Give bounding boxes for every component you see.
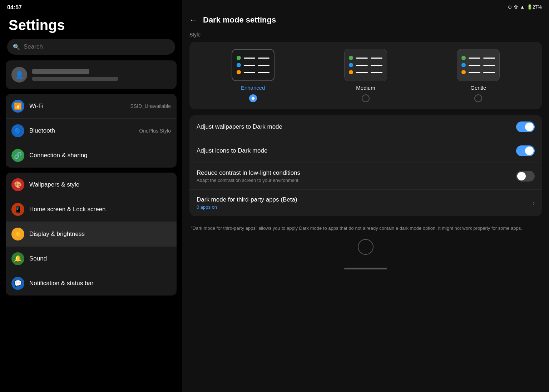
sidebar-item-wifi[interactable]: 📶 Wi-Fi SSID_Unavailable bbox=[6, 94, 177, 119]
connection-label: Connection & sharing bbox=[29, 152, 171, 159]
right-status-bar: ⊙ ✿ ▲ 🔋27% bbox=[182, 0, 549, 13]
toggle-item-wallpapers[interactable]: Adjust wallpapers to Dark mode bbox=[189, 115, 542, 139]
radio-enhanced[interactable] bbox=[249, 94, 257, 102]
account-email bbox=[32, 77, 118, 81]
display-label: Display & brightness bbox=[29, 230, 171, 238]
preview-row-4 bbox=[349, 56, 382, 60]
style-option-medium[interactable]: Medium bbox=[309, 49, 422, 102]
toggle-third-party-title: Dark mode for third-party apps (Beta) bbox=[197, 196, 528, 203]
right-title: Dark mode settings bbox=[203, 15, 276, 25]
dot-green-3 bbox=[461, 56, 466, 60]
time: 04:57 bbox=[7, 4, 22, 11]
radio-medium[interactable] bbox=[362, 94, 370, 102]
preview-row-1 bbox=[237, 56, 269, 60]
style-selector-card: Enhanced bbox=[189, 42, 542, 109]
status-icon-bt: ✿ bbox=[514, 4, 518, 10]
dot-orange-3 bbox=[461, 70, 466, 74]
toggle-contrast-switch[interactable] bbox=[516, 171, 535, 182]
status-bar: 04:57 bbox=[0, 0, 182, 14]
sidebar-item-homescreen[interactable]: 📱 Home screen & Lock screen bbox=[6, 197, 177, 222]
preview-row-6 bbox=[349, 70, 382, 74]
account-name bbox=[32, 69, 89, 74]
line-16 bbox=[483, 65, 495, 66]
account-card[interactable]: 👤 bbox=[6, 60, 177, 89]
preview-row-9 bbox=[461, 70, 495, 74]
wifi-icon: 📶 bbox=[11, 100, 24, 113]
style-section-label: Style bbox=[189, 32, 542, 38]
dot-blue-1 bbox=[237, 63, 241, 67]
toggle-item-contrast[interactable]: Reduce contrast in low-light conditions … bbox=[189, 163, 542, 190]
right-content: Style bbox=[182, 32, 549, 392]
toggle-contrast-title: Reduce contrast in low-light conditions bbox=[197, 169, 512, 177]
search-bar[interactable]: 🔍 bbox=[7, 39, 175, 55]
avatar: 👤 bbox=[11, 67, 27, 83]
wifi-label: Wi-Fi bbox=[29, 103, 125, 110]
back-button[interactable]: ← bbox=[189, 15, 197, 25]
wallpapers-icon: 🎨 bbox=[11, 178, 24, 191]
sidebar-item-bluetooth[interactable]: 🔵 Bluetooth OnePlus Stylo bbox=[6, 119, 177, 143]
search-input[interactable] bbox=[24, 43, 169, 50]
sound-label: Sound bbox=[29, 255, 171, 262]
toggle-third-party-subtitle: 0 apps on bbox=[197, 204, 528, 210]
search-icon: 🔍 bbox=[13, 44, 20, 50]
preview-row-5 bbox=[349, 63, 382, 67]
dot-orange-1 bbox=[237, 70, 241, 74]
chevron-right-icon: › bbox=[533, 199, 535, 207]
style-medium-label: Medium bbox=[356, 85, 375, 91]
left-panel: 04:57 Settings 🔍 👤 📶 Wi-Fi SSID_Unavaila… bbox=[0, 0, 182, 392]
sidebar-item-sound[interactable]: 🔔 Sound bbox=[6, 247, 177, 271]
homescreen-label: Home screen & Lock screen bbox=[29, 206, 171, 213]
preview-row-7 bbox=[461, 56, 495, 60]
line-6 bbox=[258, 72, 269, 73]
toggle-wallpapers-thumb bbox=[525, 123, 534, 131]
sidebar-item-display[interactable]: ☀️ Display & brightness bbox=[6, 222, 177, 247]
info-text: "Dark mode for third-party apps" allows … bbox=[189, 221, 542, 235]
toggle-icons-switch[interactable] bbox=[516, 145, 535, 156]
radio-gentle[interactable] bbox=[474, 94, 482, 102]
nav-circle[interactable] bbox=[358, 239, 374, 255]
line-14 bbox=[483, 58, 495, 59]
line-1 bbox=[244, 58, 255, 59]
line-4 bbox=[258, 65, 269, 66]
bluetooth-icon: 🔵 bbox=[11, 124, 24, 137]
nav-indicator bbox=[189, 235, 542, 260]
style-option-gentle[interactable]: Gentle bbox=[422, 49, 535, 102]
preview-row-3 bbox=[237, 70, 269, 74]
toggle-item-third-party[interactable]: Dark mode for third-party apps (Beta) 0 … bbox=[189, 190, 542, 216]
line-2 bbox=[258, 58, 269, 59]
toggle-item-icons[interactable]: Adjust icons to Dark mode bbox=[189, 139, 542, 163]
line-3 bbox=[244, 65, 255, 66]
toggle-icons-title: Adjust icons to Dark mode bbox=[197, 147, 512, 154]
dot-blue-3 bbox=[461, 63, 466, 67]
line-9 bbox=[356, 65, 368, 66]
style-gentle-label: Gentle bbox=[470, 85, 486, 91]
toggle-icons-thumb bbox=[525, 147, 534, 155]
homescreen-icon: 📱 bbox=[11, 203, 24, 216]
toggle-wallpapers-switch[interactable] bbox=[516, 121, 535, 132]
toggle-wallpapers-title: Adjust wallpapers to Dark mode bbox=[197, 123, 512, 130]
display-icon: ☀️ bbox=[11, 228, 24, 240]
line-13 bbox=[469, 58, 480, 59]
toggle-wallpapers-info: Adjust wallpapers to Dark mode bbox=[197, 123, 512, 130]
line-17 bbox=[469, 72, 480, 73]
sidebar-item-wallpapers[interactable]: 🎨 Wallpapers & style bbox=[6, 173, 177, 197]
toggle-contrast-subtitle: Adapt the contrast on screen to your env… bbox=[197, 178, 512, 183]
right-panel: ⊙ ✿ ▲ 🔋27% ← Dark mode settings Style bbox=[182, 0, 549, 392]
settings-group-display: 🎨 Wallpapers & style 📱 Home screen & Loc… bbox=[6, 173, 177, 296]
style-option-enhanced[interactable]: Enhanced bbox=[197, 49, 309, 102]
preview-row-8 bbox=[461, 63, 495, 67]
sidebar-item-notification[interactable]: 💬 Notification & status bar bbox=[6, 271, 177, 296]
scroll-indicator bbox=[344, 268, 387, 269]
settings-group-network: 📶 Wi-Fi SSID_Unavailable 🔵 Bluetooth One… bbox=[6, 94, 177, 168]
toggles-card: Adjust wallpapers to Dark mode Adjust ic… bbox=[189, 115, 542, 216]
account-info bbox=[32, 69, 171, 81]
wallpapers-label: Wallpapers & style bbox=[29, 181, 171, 188]
style-preview-enhanced bbox=[232, 49, 274, 81]
notification-label: Notification & status bar bbox=[29, 280, 171, 287]
style-preview-medium bbox=[344, 49, 387, 81]
line-18 bbox=[483, 72, 495, 73]
radio-inner-enhanced bbox=[252, 97, 254, 100]
notification-icon: 💬 bbox=[11, 277, 24, 290]
sidebar-item-connection[interactable]: 🔗 Connection & sharing bbox=[6, 143, 177, 168]
toggle-contrast-info: Reduce contrast in low-light conditions … bbox=[197, 169, 512, 183]
